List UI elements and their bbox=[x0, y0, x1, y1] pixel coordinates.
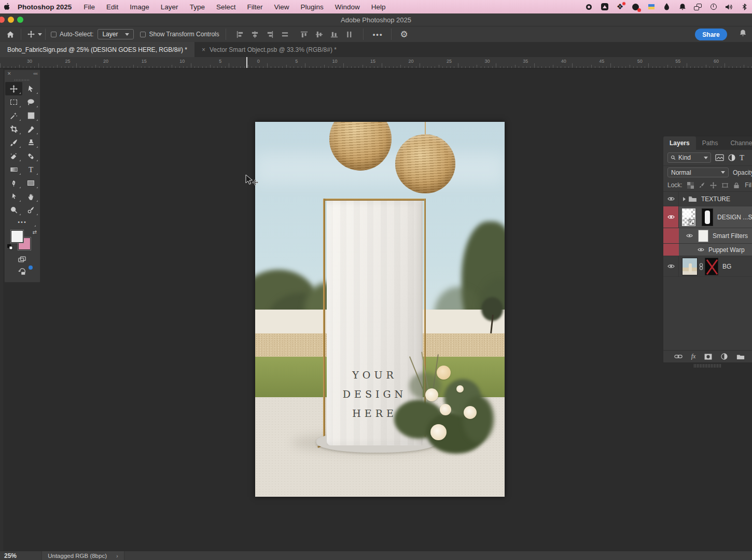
menu-item[interactable]: Select bbox=[211, 3, 242, 11]
quick-mask-mode-button[interactable] bbox=[5, 253, 40, 265]
tab-layers[interactable]: Layers bbox=[663, 136, 696, 150]
auto-select-checkbox[interactable] bbox=[51, 32, 57, 37]
align-top-edges-icon[interactable] bbox=[297, 31, 312, 38]
layer-row-design[interactable]: DESIGN ...S HE bbox=[663, 206, 752, 228]
layer-filter-kind-dropdown[interactable]: Kind bbox=[667, 152, 711, 163]
smart-filters-thumbnail[interactable] bbox=[698, 230, 708, 242]
toolbar-close-icon[interactable]: ✕ bbox=[7, 71, 11, 76]
menu-item[interactable]: Edit bbox=[101, 3, 124, 11]
screen-record-icon[interactable] bbox=[584, 3, 593, 11]
layer-row-smart-filters[interactable]: Smart Filters bbox=[663, 228, 752, 244]
blend-mode-dropdown[interactable]: Normal bbox=[667, 167, 729, 177]
menu-item[interactable]: Type bbox=[184, 3, 211, 11]
smart-filter-mask-thumbnail[interactable] bbox=[702, 208, 713, 226]
eyedropper-tool[interactable] bbox=[22, 122, 39, 136]
screen-mode-button[interactable] bbox=[5, 265, 40, 278]
hand-tool[interactable] bbox=[22, 190, 39, 203]
type-tool[interactable]: T bbox=[22, 163, 39, 176]
panel-resize-grip[interactable] bbox=[694, 364, 721, 368]
object-selection-wand-tool[interactable] bbox=[5, 109, 22, 122]
clone-stamp-tool[interactable] bbox=[22, 136, 39, 149]
menu-item[interactable]: Filter bbox=[241, 3, 268, 11]
pen-tool[interactable] bbox=[5, 176, 22, 190]
active-app-name[interactable]: Photoshop 2025 bbox=[13, 3, 78, 11]
document-tab-inactive[interactable]: ×Vector Smart Object.psb @ 33.3% (RGB/8#… bbox=[194, 42, 344, 57]
flag-icon[interactable] bbox=[647, 3, 656, 11]
move-tool-options-icon[interactable] bbox=[24, 31, 38, 38]
visibility-eye-icon[interactable] bbox=[663, 206, 679, 228]
bell-icon[interactable] bbox=[678, 3, 687, 11]
align-vertical-centers-icon[interactable] bbox=[312, 31, 327, 38]
filter-type-layers-icon[interactable]: T bbox=[740, 153, 744, 162]
tab-close-icon[interactable]: × bbox=[202, 46, 205, 53]
shape-tool[interactable] bbox=[22, 176, 39, 190]
water-drop-icon[interactable] bbox=[662, 3, 671, 11]
healing-brush-tool[interactable] bbox=[22, 149, 39, 163]
menu-item[interactable]: File bbox=[78, 3, 101, 11]
menu-item[interactable]: Plugins bbox=[295, 3, 329, 11]
menu-item[interactable]: Image bbox=[124, 3, 155, 11]
align-horizontal-centers-icon[interactable] bbox=[247, 31, 262, 38]
bg-layer-thumbnail[interactable] bbox=[682, 258, 698, 275]
crop-tool[interactable] bbox=[5, 122, 22, 136]
notifications-bell-icon[interactable] bbox=[739, 29, 747, 37]
default-colors-icon[interactable] bbox=[7, 244, 13, 250]
path-selection-tool[interactable] bbox=[5, 190, 22, 203]
shield-triangle-icon[interactable] bbox=[600, 3, 609, 11]
lock-position-icon[interactable] bbox=[710, 182, 717, 189]
lock-all-icon[interactable] bbox=[733, 182, 740, 189]
stacked-windows-icon[interactable] bbox=[693, 3, 702, 11]
selection-arrow-tool[interactable] bbox=[22, 82, 39, 95]
layer-row-bg[interactable]: BG bbox=[663, 256, 752, 277]
bluetooth-icon[interactable] bbox=[740, 3, 749, 11]
move-tool[interactable] bbox=[5, 82, 22, 95]
new-group-icon[interactable] bbox=[736, 354, 745, 360]
align-right-edges-icon[interactable] bbox=[262, 31, 277, 38]
time-machine-icon[interactable] bbox=[709, 3, 718, 11]
menu-item[interactable]: Help bbox=[366, 3, 392, 11]
rectangular-marquee-tool[interactable] bbox=[5, 95, 22, 109]
more-options-icon[interactable]: ••• bbox=[370, 31, 386, 38]
tool-preset-chevron[interactable] bbox=[38, 33, 42, 36]
show-transform-checkbox[interactable] bbox=[140, 32, 146, 37]
dropbox-icon[interactable]: ❖ bbox=[616, 3, 624, 11]
canvas-document[interactable]: YOURDESIGNHERE bbox=[255, 122, 505, 497]
share-button[interactable]: Share bbox=[695, 29, 727, 40]
filter-pixel-layers-icon[interactable] bbox=[715, 154, 724, 161]
smart-object-thumbnail[interactable] bbox=[682, 208, 695, 226]
distribute-vertical-icon[interactable] bbox=[342, 31, 357, 38]
home-icon[interactable] bbox=[3, 31, 18, 38]
align-bottom-edges-icon[interactable] bbox=[327, 31, 342, 38]
gradient-tool[interactable] bbox=[5, 163, 22, 176]
edit-toolbar-ellipsis-icon[interactable]: ••• bbox=[5, 217, 40, 227]
document-info-segment[interactable]: Untagged RGB (8bpc) › bbox=[41, 551, 124, 560]
align-left-edges-icon[interactable] bbox=[232, 31, 247, 38]
brush-tool[interactable] bbox=[5, 136, 22, 149]
lock-pixels-icon[interactable] bbox=[699, 182, 705, 189]
swap-colors-icon[interactable]: ⇄ bbox=[33, 229, 37, 235]
layer-styles-fx-icon[interactable]: fx bbox=[691, 353, 696, 360]
menu-item[interactable]: Window bbox=[329, 3, 366, 11]
distribute-horizontal-icon[interactable] bbox=[277, 31, 293, 38]
mask-link-icon[interactable] bbox=[699, 263, 704, 270]
toolbar-grip[interactable] bbox=[5, 78, 40, 82]
link-layers-icon[interactable] bbox=[674, 354, 683, 359]
layer-row-texture[interactable]: TEXTURE bbox=[663, 192, 752, 206]
status-chevron-icon[interactable]: › bbox=[116, 553, 118, 559]
filter-adjustment-layers-icon[interactable] bbox=[728, 154, 735, 161]
layer-row-puppet-warp[interactable]: Puppet Warp bbox=[663, 244, 752, 256]
tab-channels[interactable]: Channels bbox=[724, 136, 752, 150]
apple-menu-icon[interactable] bbox=[0, 3, 13, 11]
menu-item[interactable]: Layer bbox=[155, 3, 184, 11]
volume-icon[interactable] bbox=[725, 3, 733, 11]
disabled-mask-thumbnail[interactable] bbox=[705, 258, 718, 275]
visibility-eye-icon[interactable] bbox=[698, 247, 704, 252]
horizontal-ruler[interactable]: 30252015105051015202530354045505560 bbox=[0, 57, 752, 68]
auto-select-dropdown[interactable]: Layer bbox=[98, 29, 134, 39]
zoom-percentage[interactable]: 25% bbox=[4, 552, 17, 559]
workspace-settings-gear-icon[interactable]: ⚙ bbox=[397, 29, 411, 40]
toolbar-collapse-icon[interactable]: «« bbox=[33, 71, 37, 76]
document-tab-active[interactable]: Boho_FabricSign.psd @ 25% (DESIGN GOES H… bbox=[0, 42, 194, 57]
menu-item[interactable]: View bbox=[268, 3, 295, 11]
visibility-eye-icon[interactable] bbox=[663, 192, 679, 206]
